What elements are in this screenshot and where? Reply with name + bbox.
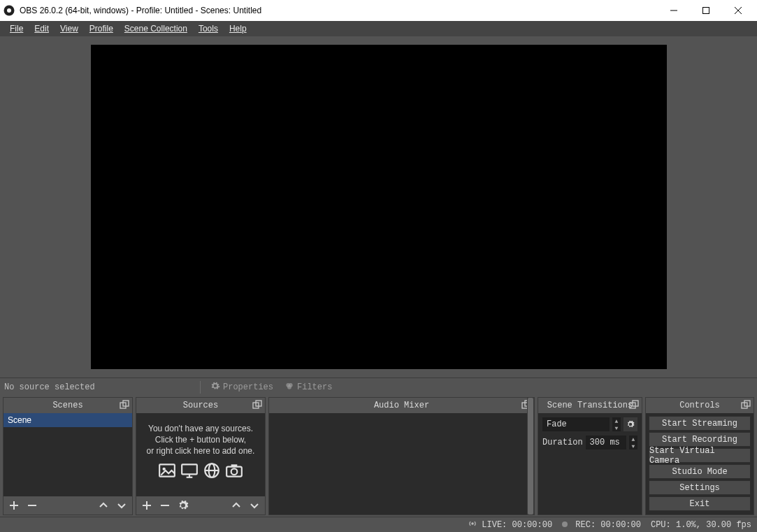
exit-button[interactable]: Exit (649, 496, 751, 511)
rec-status: REC: 00:00:00 (562, 520, 641, 530)
svg-point-1 (7, 8, 11, 13)
cpu-status: CPU: 1.0%, 30.00 fps (651, 520, 751, 530)
audio-mixer-title: Audio Mixer (374, 401, 429, 410)
source-properties-button[interactable] (177, 499, 189, 512)
filters-button[interactable]: Filters (282, 380, 335, 395)
dock-popout-icon[interactable] (629, 400, 639, 410)
scene-row[interactable]: Scene (3, 413, 132, 427)
scenes-title: Scenes (52, 401, 82, 410)
sources-list[interactable]: You don't have any sources. Click the + … (136, 413, 265, 496)
svg-point-8 (287, 384, 291, 389)
duration-value: 300 ms (590, 438, 620, 447)
start-virtual-camera-button[interactable]: Start Virtual Camera (649, 448, 751, 463)
dock-popout-icon[interactable] (120, 400, 129, 410)
sources-footer (136, 496, 265, 515)
settings-button[interactable]: Settings (649, 480, 751, 495)
menubar: File Edit View Profile Scene Collection … (0, 21, 757, 36)
duration-spinner[interactable]: ▲▼ (629, 436, 637, 450)
menu-view[interactable]: View (55, 22, 84, 35)
transitions-header: Scene Transitions (538, 398, 642, 413)
transitions-body: Fade ▲▼ Duration 300 ms ▲▼ (538, 413, 642, 515)
audio-mixer-header: Audio Mixer (269, 398, 534, 413)
image-source-icon (158, 461, 176, 482)
transition-select[interactable]: Fade (542, 417, 610, 431)
transition-current: Fade (547, 419, 567, 429)
camera-source-icon (225, 461, 243, 482)
move-scene-down-button[interactable] (115, 499, 128, 512)
controls-body: Start Streaming Start Recording Start Vi… (646, 413, 754, 515)
mixer-scrollbar[interactable] (527, 413, 534, 515)
add-scene-button[interactable] (8, 499, 20, 512)
close-button[interactable] (722, 0, 754, 21)
studio-mode-button[interactable]: Studio Mode (649, 464, 751, 479)
start-recording-button[interactable]: Start Recording (649, 432, 751, 447)
separator (200, 381, 201, 394)
controls-header: Controls (646, 398, 754, 413)
remove-source-button[interactable] (159, 499, 171, 512)
controls-title: Controls (679, 401, 720, 410)
remove-scene-button[interactable] (26, 499, 38, 512)
live-status: LIVE: 00:00:00 (468, 519, 552, 531)
duration-input[interactable]: 300 ms (586, 436, 626, 450)
display-source-icon (180, 461, 199, 482)
audio-mixer-panel: Audio Mixer (268, 397, 535, 515)
move-source-up-button[interactable] (230, 499, 243, 512)
live-label: LIVE: 00:00:00 (482, 520, 552, 530)
broadcast-icon (468, 519, 477, 531)
dock-row: Scenes Scene Sources You d (0, 396, 757, 517)
svg-rect-3 (703, 8, 709, 14)
transition-settings-button[interactable] (623, 417, 637, 431)
no-sources-line2: Click the + button below, (143, 434, 258, 445)
rec-label: REC: 00:00:00 (575, 520, 641, 530)
menu-tools[interactable]: Tools (193, 22, 224, 35)
no-source-selected-label: No source selected (4, 382, 193, 392)
sources-header: Sources (136, 398, 265, 413)
transition-select-spinner[interactable]: ▲▼ (612, 417, 621, 431)
source-toolbar: No source selected Properties Filters (0, 378, 757, 396)
window-title: OBS 26.0.2 (64-bit, windows) - Profile: … (20, 6, 658, 15)
scene-name: Scene (8, 415, 31, 425)
scrollbar-thumb[interactable] (528, 413, 533, 515)
statusbar: LIVE: 00:00:00 REC: 00:00:00 CPU: 1.0%, … (0, 517, 757, 532)
browser-source-icon (203, 461, 221, 482)
add-source-button[interactable] (140, 499, 153, 512)
minimize-button[interactable] (658, 0, 690, 21)
svg-rect-18 (182, 464, 197, 474)
preview-canvas[interactable] (91, 45, 667, 369)
dock-popout-icon[interactable] (741, 400, 751, 410)
start-streaming-button[interactable]: Start Streaming (649, 416, 751, 431)
menu-profile[interactable]: Profile (84, 22, 119, 35)
audio-mixer-body[interactable] (269, 413, 534, 515)
scenes-panel: Scenes Scene (3, 397, 133, 515)
gear-icon (210, 381, 220, 394)
scenes-header: Scenes (3, 398, 132, 413)
dock-popout-icon[interactable] (252, 400, 262, 410)
move-scene-up-button[interactable] (97, 499, 110, 512)
scene-transitions-panel: Scene Transitions Fade ▲▼ Duration 300 m… (538, 397, 642, 515)
menu-scene-collection[interactable]: Scene Collection (119, 22, 193, 35)
svg-rect-26 (231, 464, 238, 466)
menu-edit[interactable]: Edit (29, 22, 55, 35)
menu-help[interactable]: Help (224, 22, 252, 35)
no-sources-hint: You don't have any sources. Click the + … (136, 413, 265, 488)
properties-button[interactable]: Properties (208, 380, 276, 395)
titlebar: OBS 26.0.2 (64-bit, windows) - Profile: … (0, 0, 757, 21)
menu-file[interactable]: File (4, 22, 29, 35)
properties-label: Properties (223, 382, 273, 392)
sources-panel: Sources You don't have any sources. Clic… (136, 397, 266, 515)
filters-label: Filters (297, 382, 332, 392)
svg-point-25 (231, 468, 238, 475)
scenes-footer (3, 496, 132, 515)
move-source-down-button[interactable] (248, 499, 261, 512)
controls-panel: Controls Start Streaming Start Recording… (645, 397, 754, 515)
record-dot-icon (562, 522, 568, 527)
scenes-list[interactable]: Scene (3, 413, 132, 496)
duration-label: Duration (542, 438, 583, 447)
no-sources-line3: or right click here to add one. (143, 445, 258, 456)
filters-icon (284, 381, 294, 394)
preview-area (0, 36, 757, 378)
obs-app-icon (3, 4, 15, 17)
maximize-button[interactable] (690, 0, 722, 21)
sources-title: Sources (183, 401, 218, 410)
svg-point-36 (472, 522, 473, 524)
